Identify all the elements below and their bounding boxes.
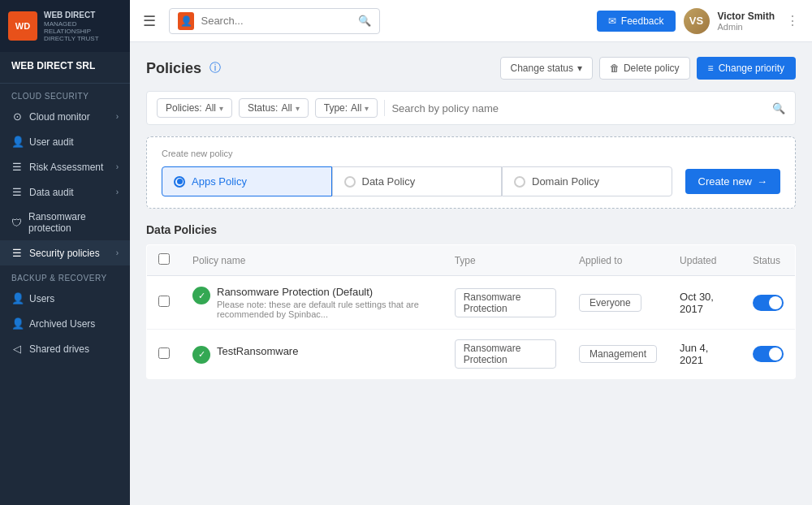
sidebar-item-ransomware-protection[interactable]: 🛡Ransomware protection — [0, 205, 130, 240]
applied-to-badge: Everyone — [579, 294, 641, 312]
topbar: ☰ 👤 🔍 ✉ Feedback VS Victor Smith Admin ⋮ — [130, 0, 812, 42]
sidebar-item-risk-assessment[interactable]: ☰Risk Assessment› — [0, 154, 130, 179]
sidebar-item-cloud-monitor[interactable]: ⊙Cloud monitor› — [0, 104, 130, 129]
policy-types: Apps Policy Data Policy Domain Policy — [162, 166, 672, 196]
policy-search-icon[interactable]: 🔍 — [772, 102, 785, 114]
sidebar-item-label: Users — [29, 293, 54, 304]
status-toggle[interactable] — [753, 346, 784, 362]
delete-policy-button[interactable]: 🗑 Delete policy — [599, 57, 690, 80]
row-checkbox[interactable] — [158, 347, 170, 359]
table-row: ✓Ransomware Protection (Default)Please n… — [147, 276, 796, 330]
feedback-label: Feedback — [621, 15, 664, 27]
user-name: Victor Smith — [718, 11, 775, 22]
type-badge: Ransomware Protection — [455, 339, 556, 369]
status-filter-chevron: ▾ — [296, 104, 300, 113]
td-policy-name: ✓Ransomware Protection (Default)Please n… — [181, 276, 443, 330]
feedback-button[interactable]: ✉ Feedback — [597, 11, 676, 32]
td-status — [741, 276, 796, 330]
data-policy-label: Data Policy — [362, 175, 416, 188]
sidebar-item-label: Cloud monitor — [29, 111, 90, 123]
more-options-button[interactable]: ⋮ — [786, 13, 799, 28]
change-status-button[interactable]: Change status ▾ — [500, 57, 593, 80]
create-policy-box: Create new policy Apps Policy Data Polic… — [146, 136, 796, 209]
policies-filter[interactable]: Policies: All ▾ — [157, 98, 232, 118]
change-status-chevron: ▾ — [577, 63, 582, 74]
th-type: Type — [443, 245, 568, 276]
apps-policy-radio — [174, 176, 185, 188]
domain-policy-radio — [514, 176, 525, 188]
info-icon[interactable]: ⓘ — [209, 61, 221, 76]
chevron-icon: › — [116, 112, 119, 121]
policy-name-text[interactable]: TestRansomware — [217, 345, 298, 357]
sidebar-item-users[interactable]: 👤Users — [0, 286, 130, 311]
user-info: Victor Smith Admin — [718, 11, 775, 32]
status-toggle[interactable] — [753, 295, 784, 311]
page-title: Policies — [146, 60, 201, 77]
applied-to-badge: Management — [579, 345, 657, 363]
select-all-checkbox[interactable] — [158, 253, 170, 265]
td-status — [741, 330, 796, 379]
type-filter-label: Type: — [324, 102, 348, 114]
logo-text: WEB DIRECT — [44, 10, 122, 20]
policy-name-sub: Please note: these are default rule sett… — [217, 300, 432, 319]
sidebar: WD WEB DIRECT MANAGED RELATIONSHIP DIREC… — [0, 0, 130, 505]
data-audit-icon: ☰ — [11, 186, 23, 198]
type-filter-chevron: ▾ — [365, 104, 369, 113]
td-updated: Jun 4, 2021 — [668, 330, 741, 379]
create-new-button[interactable]: Create new → — [685, 169, 780, 194]
create-new-icon: → — [757, 175, 767, 188]
sidebar-item-data-audit[interactable]: ☰Data audit› — [0, 179, 130, 205]
policies-filter-value: All — [205, 102, 216, 114]
row-checkbox[interactable] — [158, 296, 170, 307]
shared-drives-icon: ◁ — [11, 343, 23, 355]
search-icon: 🔍 — [358, 15, 371, 27]
data-policy-option[interactable]: Data Policy — [332, 166, 503, 196]
topbar-search-input[interactable] — [201, 15, 353, 27]
ransomware-protection-icon: 🛡 — [11, 217, 22, 229]
security-policies-icon: ☰ — [11, 247, 23, 259]
td-checkbox — [147, 276, 182, 330]
filter-divider — [384, 100, 385, 116]
status-filter-value: All — [281, 102, 292, 114]
sidebar-item-label: Archived Users — [29, 318, 95, 330]
sidebar-item-security-policies[interactable]: ☰Security policies› — [0, 240, 130, 265]
users-icon: 👤 — [11, 292, 23, 304]
th-applied-to: Applied to — [568, 245, 668, 276]
archived-users-icon: 👤 — [11, 317, 23, 330]
sidebar-item-archived-users[interactable]: 👤Archived Users — [0, 311, 130, 336]
feedback-icon: ✉ — [608, 15, 616, 27]
policy-name-text[interactable]: Ransomware Protection (Default) — [217, 286, 432, 298]
search-policy-input[interactable] — [391, 102, 766, 114]
sidebar-item-shared-drives[interactable]: ◁Shared drives — [0, 336, 130, 361]
avatar: VS — [684, 8, 710, 34]
domain-policy-option[interactable]: Domain Policy — [502, 166, 672, 196]
td-type: Ransomware Protection — [443, 330, 568, 379]
user-audit-icon: 👤 — [11, 136, 23, 148]
risk-assessment-icon: ☰ — [11, 161, 23, 173]
status-filter-label: Status: — [248, 102, 278, 114]
data-policy-radio — [344, 176, 356, 188]
apps-policy-option[interactable]: Apps Policy — [162, 166, 332, 196]
search-policy-wrapper — [391, 102, 766, 114]
status-filter[interactable]: Status: All ▾ — [239, 98, 309, 118]
create-new-label: Create new — [698, 175, 752, 188]
policy-status-icon: ✓ — [192, 287, 210, 304]
sidebar-item-label: Data audit — [29, 187, 74, 198]
sidebar-item-label: Shared drives — [29, 343, 89, 355]
th-status: Status — [741, 245, 796, 276]
content-area: Policies ⓘ Change status ▾ 🗑 Delete poli… — [130, 42, 812, 505]
hamburger-button[interactable]: ☰ — [143, 12, 156, 30]
type-filter[interactable]: Type: All ▾ — [315, 98, 378, 118]
sidebar-item-user-audit[interactable]: 👤User audit — [0, 129, 130, 154]
sidebar-company: WEB DIRECT SRL — [0, 52, 130, 84]
user-role: Admin — [718, 22, 775, 32]
sidebar-item-label: Risk Assessment — [29, 162, 103, 173]
chevron-icon: › — [116, 248, 119, 257]
chevron-icon: › — [116, 162, 119, 171]
table-row: ✓TestRansomwareRansomware ProtectionMana… — [147, 330, 796, 379]
delete-policy-label: Delete policy — [624, 63, 680, 74]
th-updated: Updated — [668, 245, 741, 276]
sidebar-section-label: CLOUD SECURITY — [0, 84, 130, 104]
change-priority-button[interactable]: ≡ Change priority — [697, 57, 796, 80]
domain-policy-label: Domain Policy — [532, 175, 599, 188]
